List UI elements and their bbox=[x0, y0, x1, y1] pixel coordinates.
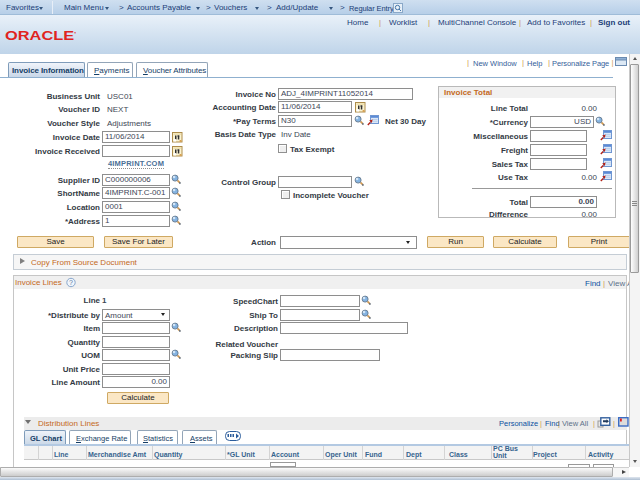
svg-text:?: ? bbox=[69, 279, 73, 286]
